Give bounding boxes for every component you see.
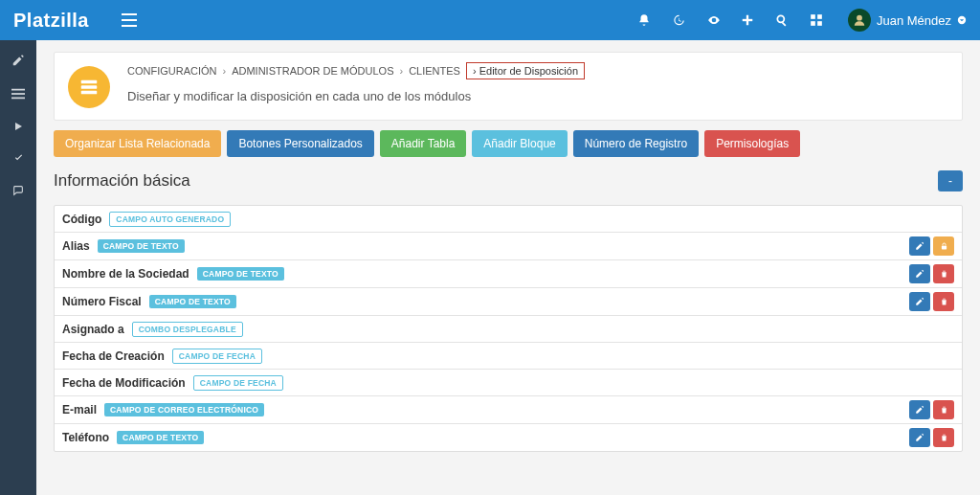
svg-rect-17: [81, 85, 98, 89]
collapse-button[interactable]: -: [938, 170, 963, 191]
sidebar-chat-icon[interactable]: [11, 185, 25, 197]
delete-field-button[interactable]: [933, 292, 954, 311]
field-type-tag: CAMPO DE FECHA: [172, 349, 262, 364]
breadcrumb-item[interactable]: CONFIGURACIÓN: [127, 65, 217, 77]
edit-field-button[interactable]: [909, 236, 930, 256]
svg-rect-19: [941, 246, 946, 250]
chevron-down-icon: [957, 15, 967, 25]
eye-icon[interactable]: [706, 13, 741, 27]
field-row[interactable]: Número FiscalCAMPO DE TEXTO: [55, 288, 962, 316]
field-label: Número Fiscal: [62, 295, 142, 308]
svg-rect-0: [122, 13, 137, 15]
user-menu[interactable]: Juan Méndez: [844, 9, 980, 32]
field-row[interactable]: Nombre de la SociedadCAMPO DE TEXTO: [55, 260, 962, 288]
custom-buttons-button[interactable]: Botones Personalizados: [227, 130, 373, 157]
field-label: Fecha de Modificación: [62, 376, 186, 390]
app-logo[interactable]: Platzilla: [0, 10, 112, 32]
svg-rect-13: [11, 89, 25, 91]
svg-rect-15: [11, 98, 25, 100]
sidebar-list-icon[interactable]: [11, 88, 25, 100]
field-row[interactable]: TeléfonoCAMPO DE TEXTO: [55, 424, 962, 451]
history-icon[interactable]: [672, 13, 706, 27]
bell-icon[interactable]: [637, 13, 672, 27]
field-row[interactable]: AliasCAMPO DE TEXTO: [55, 233, 962, 260]
plus-icon[interactable]: [741, 13, 775, 27]
edit-field-button[interactable]: [909, 400, 930, 419]
delete-field-button[interactable]: [933, 428, 954, 447]
svg-rect-16: [81, 80, 98, 84]
svg-rect-18: [81, 91, 98, 95]
breadcrumb-item[interactable]: ADMINISTRADOR DE MÓDULOS: [232, 65, 393, 77]
breadcrumb-item[interactable]: CLIENTES: [409, 65, 460, 77]
edit-field-button[interactable]: [909, 292, 930, 311]
field-label: Fecha de Creación: [62, 349, 165, 363]
svg-rect-2: [122, 25, 137, 27]
add-block-button[interactable]: Añadir Bloque: [472, 130, 567, 157]
field-row[interactable]: CódigoCAMPO AUTO GENERADO: [55, 206, 962, 233]
lock-field-button[interactable]: [933, 236, 954, 256]
user-name: Juan Méndez: [877, 13, 951, 28]
field-type-tag: CAMPO DE TEXTO: [149, 295, 236, 308]
field-type-tag: CAMPO DE TEXTO: [197, 267, 284, 281]
edit-field-button[interactable]: [909, 264, 930, 283]
breadcrumb: CONFIGURACIÓN › ADMINISTRADOR DE MÓDULOS…: [127, 62, 948, 79]
menu-toggle-icon[interactable]: [112, 13, 146, 27]
field-type-tag: CAMPO DE TEXTO: [117, 431, 204, 444]
page-subtitle: Diseñar y modificar la disposición en ca…: [127, 89, 948, 103]
field-label: E-mail: [62, 403, 97, 416]
sidebar-play-icon[interactable]: [12, 121, 24, 132]
svg-rect-6: [782, 22, 787, 27]
field-type-tag: COMBO DESPLEGABLE: [132, 322, 243, 337]
field-type-tag: CAMPO DE CORREO ELECTRÓNICO: [104, 403, 264, 416]
avatar: [848, 9, 871, 32]
breadcrumb-current: › Editor de Disposición: [466, 62, 585, 79]
add-table-button[interactable]: Añadir Tabla: [380, 130, 467, 157]
field-row[interactable]: Fecha de CreaciónCAMPO DE FECHA: [55, 343, 962, 370]
delete-field-button[interactable]: [933, 264, 954, 283]
field-row[interactable]: Fecha de ModificaciónCAMPO DE FECHA: [55, 370, 962, 396]
section-title: Información básica: [54, 171, 938, 191]
field-type-tag: CAMPO AUTO GENERADO: [109, 212, 231, 227]
edit-field-button[interactable]: [909, 428, 930, 447]
svg-rect-7: [811, 14, 815, 19]
field-label: Asignado a: [62, 323, 124, 336]
organize-button[interactable]: Organizar Lista Relacionada: [54, 130, 221, 157]
record-number-button[interactable]: Número de Registro: [573, 130, 699, 157]
field-label: Nombre de la Sociedad: [62, 267, 189, 281]
svg-rect-10: [817, 21, 822, 26]
svg-rect-8: [817, 14, 822, 19]
field-row[interactable]: Asignado aCOMBO DESPLEGABLE: [55, 316, 962, 343]
sidebar-check-icon[interactable]: [12, 153, 25, 164]
svg-rect-4: [743, 19, 753, 21]
delete-field-button[interactable]: [933, 400, 954, 419]
permissions-button[interactable]: Permisologías: [704, 130, 800, 157]
field-type-tag: CAMPO DE FECHA: [193, 375, 283, 391]
svg-rect-9: [811, 21, 815, 26]
field-type-tag: CAMPO DE TEXTO: [98, 239, 185, 253]
module-icon: [68, 66, 110, 108]
grid-icon[interactable]: [810, 13, 844, 27]
svg-rect-1: [122, 19, 137, 21]
field-row[interactable]: E-mailCAMPO DE CORREO ELECTRÓNICO: [55, 396, 962, 424]
field-label: Teléfono: [62, 431, 109, 444]
svg-point-11: [857, 15, 862, 21]
sidebar-edit-icon[interactable]: [11, 54, 25, 67]
svg-point-5: [777, 15, 784, 22]
svg-rect-14: [11, 93, 25, 95]
field-label: Alias: [62, 239, 90, 253]
search-icon[interactable]: [775, 13, 810, 27]
field-label: Código: [62, 213, 101, 226]
